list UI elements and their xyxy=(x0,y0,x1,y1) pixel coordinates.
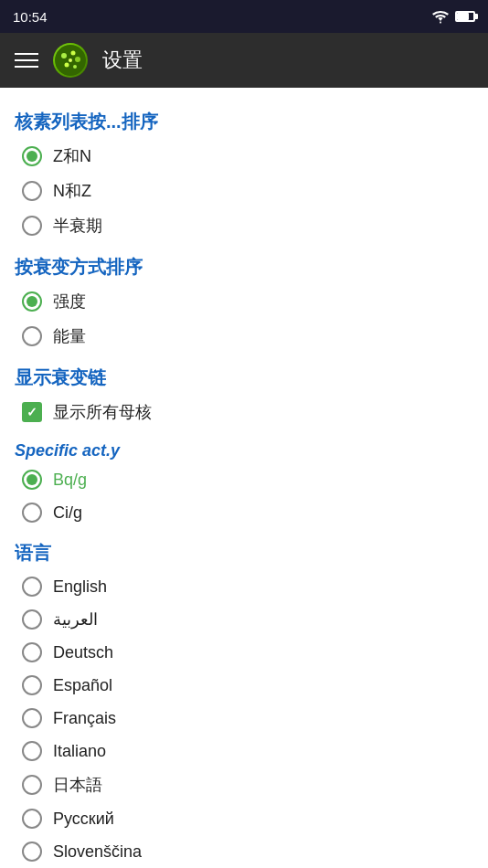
radio-halflife[interactable]: 半衰期 xyxy=(18,209,473,242)
svg-point-6 xyxy=(69,58,72,62)
radio-halflife-outer xyxy=(22,216,42,236)
radio-bqg-label: Bq/g xyxy=(53,471,87,490)
lang-russian-label: Русский xyxy=(53,810,114,829)
battery-icon xyxy=(455,11,475,22)
lang-italiano-label: Italiano xyxy=(53,742,106,761)
lang-slovenscina-label: Slovenščina xyxy=(53,842,142,862)
radio-zn[interactable]: Z和N xyxy=(18,140,473,173)
sort-decay-group: 强度 能量 xyxy=(18,285,473,353)
lang-russian[interactable]: Русский xyxy=(18,803,473,834)
language-header: 语言 xyxy=(15,541,473,566)
radio-bqg-inner xyxy=(27,474,37,485)
lang-japanese[interactable]: 日本語 xyxy=(18,768,473,801)
radio-zn-label: Z和N xyxy=(53,145,91,167)
lang-japanese-radio xyxy=(22,775,42,795)
lang-slovenscina-radio xyxy=(22,842,42,862)
radio-energy[interactable]: 能量 xyxy=(18,320,473,353)
svg-point-5 xyxy=(65,63,69,68)
lang-espanol[interactable]: Español xyxy=(18,670,473,701)
lang-slovenscina[interactable]: Slovenščina xyxy=(18,836,473,867)
lang-espanol-radio xyxy=(22,675,42,695)
sort-nuclides-header: 核素列表按...排序 xyxy=(15,110,473,134)
radio-intensity-label: 强度 xyxy=(53,291,86,312)
radio-bqg[interactable]: Bq/g xyxy=(18,464,473,495)
lang-espanol-label: Español xyxy=(53,676,112,695)
svg-point-3 xyxy=(75,57,80,62)
app-title: 设置 xyxy=(102,47,143,74)
radio-energy-outer xyxy=(22,326,42,346)
lang-russian-radio xyxy=(22,809,42,829)
lang-english-label: English xyxy=(53,577,107,597)
app-logo xyxy=(53,43,88,78)
status-bar: 10:54 xyxy=(0,0,488,33)
checkbox-outer: ✓ xyxy=(22,402,42,422)
lang-italiano[interactable]: Italiano xyxy=(18,736,473,767)
specific-act-header: Specific act.y xyxy=(15,441,473,460)
lang-francais-radio xyxy=(22,708,42,728)
lang-english[interactable]: English xyxy=(18,571,473,602)
decay-chain-group: ✓ 显示所有母核 xyxy=(18,396,473,429)
time: 10:54 xyxy=(13,9,48,25)
radio-nz-label: N和Z xyxy=(53,180,91,202)
lang-italiano-radio xyxy=(22,741,42,761)
hamburger-menu[interactable] xyxy=(15,53,38,68)
decay-chain-header: 显示衰变链 xyxy=(15,365,473,390)
checkbox-show-parents[interactable]: ✓ 显示所有母核 xyxy=(18,396,473,429)
radio-nz-outer xyxy=(22,181,42,201)
checkbox-label: 显示所有母核 xyxy=(53,401,152,423)
specific-act-section: Specific act.y Bq/g Ci/g xyxy=(15,441,473,528)
radio-zn-outer xyxy=(22,146,42,166)
radio-bqg-outer xyxy=(22,470,42,490)
checkbox-check: ✓ xyxy=(27,406,37,418)
lang-japanese-label: 日本語 xyxy=(53,774,102,796)
sort-decay-header: 按衰变方式排序 xyxy=(15,255,473,280)
svg-point-2 xyxy=(71,51,76,56)
lang-francais[interactable]: Français xyxy=(18,703,473,734)
radio-energy-label: 能量 xyxy=(53,325,86,347)
svg-point-1 xyxy=(61,53,67,58)
radio-intensity-inner xyxy=(27,296,37,307)
radio-halflife-label: 半衰期 xyxy=(53,215,102,237)
lang-english-radio xyxy=(22,577,42,597)
svg-point-4 xyxy=(73,65,77,69)
lang-arabic-radio xyxy=(22,609,42,630)
radio-intensity[interactable]: 强度 xyxy=(18,285,473,318)
specific-act-group: Bq/g Ci/g xyxy=(18,464,473,528)
wifi-icon xyxy=(431,10,450,24)
radio-nz[interactable]: N和Z xyxy=(18,175,473,207)
status-icons xyxy=(431,10,475,24)
app-bar: 设置 xyxy=(0,33,488,88)
radio-zn-inner xyxy=(27,151,37,162)
lang-arabic-label: العربية xyxy=(53,609,98,630)
lang-deutsch-radio xyxy=(22,642,42,662)
language-group: English العربية Deutsch Español Français… xyxy=(18,571,473,868)
settings-content: 核素列表按...排序 Z和N N和Z 半衰期 按衰变方式排序 强度 能量 xyxy=(0,88,488,868)
radio-cig[interactable]: Ci/g xyxy=(18,497,473,528)
lang-arabic[interactable]: العربية xyxy=(18,604,473,635)
lang-francais-label: Français xyxy=(53,709,116,728)
lang-deutsch[interactable]: Deutsch xyxy=(18,637,473,668)
radio-cig-label: Ci/g xyxy=(53,503,82,523)
radio-intensity-outer xyxy=(22,291,42,312)
radio-cig-outer xyxy=(22,503,42,523)
sort-nuclides-group: Z和N N和Z 半衰期 xyxy=(18,140,473,242)
lang-deutsch-label: Deutsch xyxy=(53,643,113,662)
